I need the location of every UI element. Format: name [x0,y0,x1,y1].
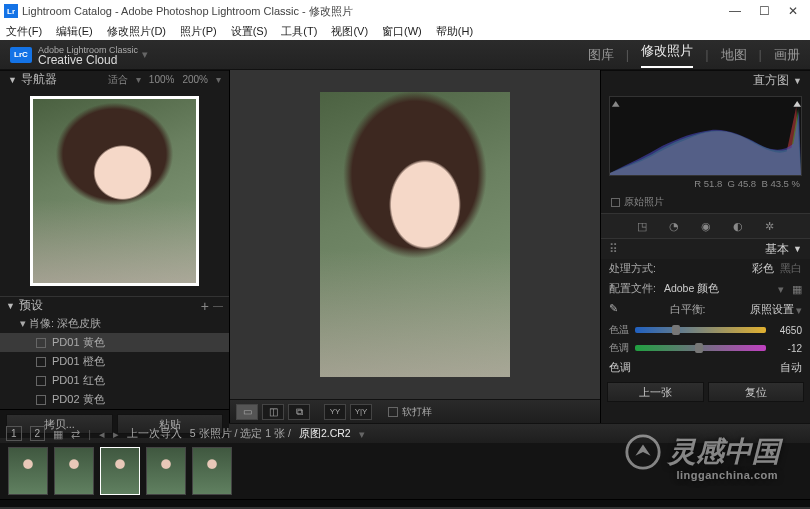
treatment-row: 处理方式: 彩色 黑白 [601,259,810,279]
preset-item[interactable]: PD01 红色 [0,371,229,390]
profile-row: 配置文件: Adobe 颜色 ▾ ▦ [601,279,810,299]
filmstrip[interactable] [0,443,810,499]
temp-value[interactable]: 4650 [772,325,802,336]
chevron-down-icon[interactable]: ▾ [796,304,802,316]
collapse-icon: ▼ [8,75,17,85]
temp-track[interactable] [635,327,766,333]
reset-button[interactable]: 复位 [708,382,805,402]
yy-view-icon[interactable]: YY [324,404,346,420]
menu-tools[interactable]: 工具(T) [281,24,317,39]
module-sep: | [705,47,708,62]
film-thumbnail[interactable] [8,447,48,495]
preset-item[interactable]: PD01 黄色 [0,333,229,352]
tint-label: 色调 [609,341,629,355]
maximize-button[interactable]: ☐ [759,4,770,18]
main-photo [320,92,510,377]
compare-view-icon[interactable]: ◫ [262,404,284,420]
profile-value[interactable]: Adobe 颜色 [664,282,778,296]
module-map[interactable]: 地图 [721,46,747,64]
film-thumbnail[interactable] [100,447,140,495]
menu-help[interactable]: 帮助(H) [436,24,473,39]
close-button[interactable]: ✕ [788,4,798,18]
crop-tool-icon[interactable]: ◳ [635,219,649,233]
menu-photo[interactable]: 照片(P) [180,24,217,39]
nav-back-icon[interactable]: ◂ [99,428,105,440]
menu-file[interactable]: 文件(F) [6,24,42,39]
add-preset-icon[interactable]: + [201,298,209,314]
preset-group-label: 肖像: 深色皮肤 [29,317,101,329]
film-thumbnail[interactable] [54,447,94,495]
whitebalance-row: ✎ 白平衡: 原照设置 ▾ [601,299,810,321]
preset-item[interactable]: PD02 黄色 [0,390,229,409]
tint-slider: 色调 -12 [601,339,810,357]
preset-item[interactable]: PD01 橙色 [0,352,229,371]
heal-tool-icon[interactable]: ◔ [667,219,681,233]
previous-button[interactable]: 上一张 [607,382,704,402]
window-title-bar: Lr Lightroom Catalog - Adobe Photoshop L… [0,0,810,22]
loupe-view-icon[interactable]: ▭ [236,404,258,420]
tone-row: 色调 自动 [601,357,810,378]
menu-view[interactable]: 视图(V) [331,24,368,39]
auto-button[interactable]: 自动 [780,360,802,375]
zoom-100[interactable]: 100% [149,74,175,85]
filmstrip-scrollbar[interactable] [0,499,810,507]
brand-line2: Creative Cloud [38,55,138,65]
profile-label: 配置文件: [609,282,656,296]
profile-grid-icon[interactable]: ▦ [792,283,802,295]
module-library[interactable]: 图库 [588,46,614,64]
film-thumbnail[interactable] [146,447,186,495]
zoom-200[interactable]: 200% [182,74,208,85]
module-book[interactable]: 画册 [774,46,800,64]
import-label[interactable]: 上一次导入 [127,427,182,441]
basic-panel-header[interactable]: ⠿ 基本 ▼ [601,239,810,259]
menu-develop[interactable]: 修改照片(D) [107,24,166,39]
module-develop[interactable]: 修改照片 [641,42,693,68]
yy2-view-icon[interactable]: Y|Y [350,404,372,420]
menu-edit[interactable]: 编辑(E) [56,24,93,39]
screen-2-button[interactable]: 2 [30,426,46,441]
menu-settings[interactable]: 设置(S) [231,24,268,39]
grid-icon[interactable]: ▦ [53,428,63,440]
module-sep: | [759,47,762,62]
histogram-header[interactable]: 直方图 ▼ [601,70,810,90]
screen-1-button[interactable]: 1 [6,426,22,441]
minus-icon[interactable]: — [213,300,223,311]
brand-text: Adobe Lightroom Classic Creative Cloud [38,45,138,65]
zoom-fit[interactable]: 适合 [108,73,128,87]
minimize-button[interactable]: — [729,4,741,18]
menu-window[interactable]: 窗口(W) [382,24,422,39]
wb-eyedropper-icon[interactable]: ✎ [609,302,625,318]
chevron-down-icon[interactable]: ▾ [778,283,784,295]
main-canvas[interactable] [230,70,600,399]
slider-knob[interactable] [672,325,680,335]
center-area: ▭ ◫ ⧉ YY Y|Y 软打样 [230,70,600,423]
collapse-icon: ▼ [6,301,15,311]
mask-tool-icon[interactable]: ◐ [731,219,745,233]
swap-icon[interactable]: ⇄ [71,428,80,440]
nav-fwd-icon[interactable]: ▸ [113,428,119,440]
navigator-header[interactable]: ▼ 导航器 适合 ▾ 100% 200% ▾ [0,70,229,88]
identity-plate: LrC Adobe Lightroom Classic Creative Clo… [0,40,810,70]
treatment-color[interactable]: 彩色 [752,262,774,276]
chevron-down-icon[interactable]: ▾ [216,74,221,85]
film-thumbnail[interactable] [192,447,232,495]
chevron-down-icon[interactable]: ▾ [136,74,141,85]
chevron-down-icon[interactable]: ▾ [142,48,148,61]
panel-toggle-icon[interactable]: ⠿ [609,245,619,253]
chevron-down-icon[interactable]: ▾ [359,428,365,440]
slider-knob[interactable] [695,343,703,353]
window-title: Lightroom Catalog - Adobe Photoshop Ligh… [22,4,729,19]
navigator-preview[interactable] [0,88,229,296]
presets-header[interactable]: ▼ 预设 + — [0,296,229,314]
tint-track[interactable] [635,345,766,351]
treatment-bw[interactable]: 黑白 [780,262,802,276]
before-after-icon[interactable]: ⧉ [288,404,310,420]
preset-group[interactable]: ▾ 肖像: 深色皮肤 [0,314,229,333]
brush-tool-icon[interactable]: ✲ [763,219,777,233]
softproof-checkbox[interactable] [388,407,398,417]
original-checkbox[interactable] [611,198,620,207]
tint-value[interactable]: -12 [772,343,802,354]
wb-value[interactable]: 原照设置 [750,303,794,317]
histogram-chart[interactable] [609,96,802,176]
redeye-tool-icon[interactable]: ◉ [699,219,713,233]
